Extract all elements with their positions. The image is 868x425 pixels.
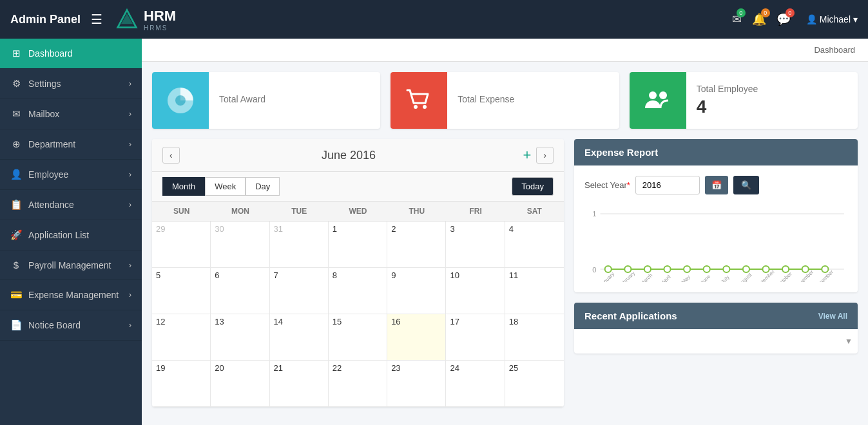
sidebar-item-expense[interactable]: 💳 Expense Management › [0,280,142,310]
chevron-right-icon: › [129,261,131,270]
calendar-cell[interactable]: 6 [211,268,269,314]
mail-icon-wrap[interactable]: ✉ 0 [732,12,742,26]
calendar-cell[interactable]: 29 [152,222,211,268]
brand-name: HRM [144,8,176,24]
sidebar-item-employee[interactable]: 👤 Employee › [0,160,142,190]
calendar-cell[interactable]: 8 [329,268,387,314]
year-input[interactable] [635,176,700,194]
calendar-cell[interactable]: 30 [211,222,269,268]
sidebar-item-application-list[interactable]: 🚀 Application List [0,220,142,250]
sidebar-item-label: Notice Board [28,320,81,330]
sidebar-item-label: Attendance [28,200,74,210]
svg-point-3 [414,105,418,109]
calendar-cell[interactable]: 14 [270,314,329,361]
main-layout: ⊞ Dashboard ⚙ Settings › ✉ Mailbox › ⊕ D… [0,39,868,425]
calendar-cell[interactable]: 13 [211,314,269,361]
calendar-cell[interactable]: 19 [152,361,211,407]
calendar-header: ‹ June 2016 + › [152,139,564,172]
svg-point-15 [684,266,690,272]
calendar-week-button[interactable]: Week [205,177,246,196]
chat-icon-wrap[interactable]: 💬 0 [776,12,791,26]
total-award-icon-box [152,72,209,129]
department-icon: ⊕ [10,138,22,150]
calendar-cell[interactable]: 7 [270,268,329,314]
expense-icon: 💳 [10,289,22,301]
brand-logo-icon [115,8,139,31]
svg-text:May: May [680,274,692,282]
calendar-cell[interactable]: 9 [387,268,446,314]
sidebar-item-dashboard[interactable]: ⊞ Dashboard [0,39,142,69]
calendar-cell[interactable]: 2 [387,222,446,268]
calendar-cell[interactable]: 17 [446,314,505,361]
total-expense-icon-box [391,72,447,129]
calendar-add-button[interactable]: + [523,147,531,164]
user-menu[interactable]: 👤 Michael ▾ [806,14,858,24]
sidebar-item-payroll[interactable]: $ Payroll Management › [0,250,142,280]
employee-icon: 👤 [10,169,22,180]
calendar-date-number: 1 [333,224,337,234]
sidebar-item-attendance[interactable]: 📋 Attendance › [0,190,142,220]
calendar-cell[interactable]: 18 [505,314,564,361]
scroll-down-arrow[interactable]: ▼ [574,334,858,348]
svg-text:1: 1 [592,210,596,218]
calendar-cell[interactable]: 31 [270,222,329,268]
year-calendar-icon-button[interactable]: 📅 [705,176,728,194]
expense-report-header: Expense Report [574,139,858,165]
calendar-cell[interactable]: 12 [152,314,211,361]
calendar-cell[interactable]: 22 [329,361,387,407]
svg-point-14 [664,266,670,272]
chevron-right-icon: › [129,79,131,88]
calendar-cell[interactable]: 10 [446,268,505,314]
calendar-cell[interactable]: 25 [505,361,564,407]
calendar-cell[interactable]: 1 [329,222,387,268]
expense-report-body: Select Year* 📅 🔍 1 0 [574,165,858,292]
svg-point-6 [659,91,667,99]
brand-logo: HRM HRMS [115,8,176,32]
calendar-body: 2930311234567891011121314151617181920212… [152,222,564,407]
calendar-date-number: 7 [274,270,278,280]
hamburger-icon[interactable]: ☰ [91,12,102,27]
user-icon: 👤 [806,14,817,24]
calendar-date-number: 14 [274,317,283,326]
admin-panel-title: Admin Panel [10,13,81,26]
calendar-cell[interactable]: 11 [505,268,564,314]
notice-icon: 📄 [10,319,22,331]
svg-point-5 [649,91,657,99]
day-name-mon: MON [211,202,269,221]
calendar-cell[interactable]: 4 [505,222,564,268]
view-all-link[interactable]: View All [818,312,847,321]
year-search-button[interactable]: 🔍 [733,176,759,194]
chevron-right-icon: › [129,200,131,209]
expense-chart-svg: 1 0 [584,205,847,282]
top-navigation: Admin Panel ☰ HRM HRMS ✉ 0 🔔 0 💬 0 👤 Mic… [0,0,868,39]
brand-subtitle: HRMS [144,24,176,32]
settings-icon: ⚙ [10,78,22,90]
calendar-prev-button[interactable]: ‹ [162,147,180,164]
sidebar-item-mailbox[interactable]: ✉ Mailbox › [0,99,142,129]
year-select-label: Select Year* [584,180,630,190]
sidebar-item-department[interactable]: ⊕ Department › [0,129,142,160]
calendar-next-button[interactable]: › [536,147,554,164]
bell-icon-wrap[interactable]: 🔔 0 [752,12,766,26]
svg-text:June: June [699,274,711,282]
calendar-cell[interactable]: 16 [387,314,446,361]
calendar-date-number: 13 [215,317,224,326]
calendar-date-number: 5 [156,270,160,280]
chat-badge: 0 [786,8,795,17]
chevron-right-icon: › [129,290,131,299]
calendar-cell[interactable]: 3 [446,222,505,268]
calendar-cell[interactable]: 21 [270,361,329,407]
calendar-cell[interactable]: 5 [152,268,211,314]
calendar-today-button[interactable]: Today [512,177,554,196]
calendar-month-button[interactable]: Month [162,177,205,196]
recent-applications-title: Recent Applications [584,310,677,321]
calendar-cell[interactable]: 20 [211,361,269,407]
sidebar-item-notice[interactable]: 📄 Notice Board › [0,310,142,341]
calendar-date-number: 23 [391,363,400,373]
calendar-cell[interactable]: 23 [387,361,446,407]
calendar-cell[interactable]: 24 [446,361,505,407]
calendar-day-button[interactable]: Day [246,177,280,196]
calendar-cell[interactable]: 15 [329,314,387,361]
main-content: Dashboard Total Award [142,39,868,425]
sidebar-item-settings[interactable]: ⚙ Settings › [0,69,142,99]
